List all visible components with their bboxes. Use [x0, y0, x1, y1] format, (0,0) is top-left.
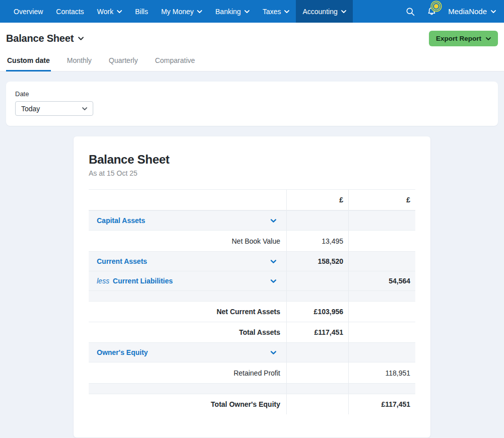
- chevron-down-icon: [244, 10, 249, 13]
- notification-alert-dot: [434, 4, 438, 9]
- chevron-down-icon: [197, 10, 202, 13]
- amount-column-2-cell: [348, 231, 415, 251]
- amount-column-1-cell: £117,451: [286, 322, 348, 342]
- nav-right-section: MediaNode: [405, 0, 497, 23]
- filter-card: Date Today: [6, 82, 498, 126]
- row-label-cell: less Current Liabilities: [89, 271, 286, 290]
- row-label-cell: Net Current Assets: [89, 302, 286, 322]
- section-label: Current Assets: [97, 257, 147, 265]
- row-label-cell: Current Assets: [89, 252, 286, 271]
- row-label: Net Current Assets: [217, 308, 280, 316]
- account-name: MediaNode: [448, 7, 487, 16]
- section-toggle-link[interactable]: Owner's Equity: [97, 348, 148, 356]
- nav-item-taxes[interactable]: Taxes: [256, 0, 296, 23]
- nav-item-overview[interactable]: Overview: [7, 0, 49, 23]
- amount-column-1-cell: 158,520: [286, 252, 348, 271]
- report-selector[interactable]: Balance Sheet: [6, 33, 84, 44]
- amount-column-2-cell: £: [348, 190, 415, 210]
- chevron-down-icon: [78, 37, 84, 40]
- amount-column-1-cell: [286, 343, 348, 362]
- table-row: Total Owner's Equity£117,451: [89, 394, 415, 414]
- table-row: Total Assets£117,451: [89, 322, 415, 342]
- chevron-down-icon: [284, 10, 289, 13]
- nav-item-bills[interactable]: Bills: [129, 0, 155, 23]
- table-spacer-row: [89, 290, 415, 301]
- chevron-down-icon: [117, 10, 122, 13]
- row-label-cell: Net Book Value: [89, 231, 286, 251]
- amount-column-2-cell: [348, 343, 415, 362]
- tab-quarterly[interactable]: Quarterly: [108, 54, 139, 71]
- search-icon[interactable]: [405, 7, 415, 17]
- nav-item-work[interactable]: Work: [91, 0, 129, 23]
- chevron-down-icon: [82, 107, 87, 110]
- nav-item-label: Work: [97, 8, 113, 16]
- amount-column-1-cell: £: [286, 190, 348, 210]
- table-row: less Current Liabilities54,564: [89, 271, 415, 290]
- section-prefix: less: [97, 277, 111, 285]
- table-row: Current Assets158,520: [89, 251, 415, 271]
- amount-column-2-cell: £117,451: [348, 394, 415, 414]
- amount-column-1-cell: 13,495: [286, 231, 348, 251]
- amount-column-2-cell: [348, 384, 415, 394]
- amount-column-1-cell: [286, 394, 348, 414]
- row-label-cell: Capital Assets: [89, 211, 286, 230]
- nav-item-label: My Money: [161, 8, 194, 16]
- nav-item-label: Bills: [135, 8, 148, 16]
- date-filter-select[interactable]: Today: [15, 101, 93, 116]
- nav-item-contacts[interactable]: Contacts: [49, 0, 90, 23]
- tab-monthly[interactable]: Monthly: [66, 54, 93, 71]
- tab-comparative[interactable]: Comparative: [154, 54, 196, 71]
- table-row: ££: [89, 189, 415, 210]
- export-report-button[interactable]: Export Report: [429, 31, 498, 46]
- tab-custom-date[interactable]: Custom date: [6, 54, 51, 71]
- table-row: Retained Profit118,951: [89, 362, 415, 383]
- amount-column-1-cell: [286, 211, 348, 230]
- chevron-down-icon[interactable]: [271, 260, 276, 263]
- date-filter-value: Today: [21, 105, 40, 113]
- report-tabs: Custom date Monthly Quarterly Comparativ…: [0, 54, 504, 71]
- row-label-cell: Owner's Equity: [89, 343, 286, 362]
- chevron-down-icon: [341, 10, 346, 13]
- amount-column-2-cell: [348, 302, 415, 322]
- page-title: Balance Sheet: [6, 33, 74, 44]
- chevron-down-icon: [491, 10, 496, 13]
- section-toggle-link[interactable]: Capital Assets: [97, 216, 145, 225]
- amount-column-1-cell: [286, 271, 348, 290]
- nav-item-label: Taxes: [263, 8, 281, 16]
- amount-column-2-cell: [348, 252, 415, 271]
- amount-column-2-cell: 54,564: [348, 271, 415, 290]
- chevron-down-icon[interactable]: [271, 279, 276, 283]
- nav-item-my-money[interactable]: My Money: [155, 0, 209, 23]
- report-title: Balance Sheet: [89, 153, 415, 167]
- table-spacer-row: [89, 383, 415, 394]
- nav-item-accounting[interactable]: Accounting: [296, 0, 352, 23]
- section-toggle-link[interactable]: less Current Liabilities: [97, 277, 173, 285]
- date-filter-label: Date: [15, 90, 489, 98]
- notifications-bell-icon[interactable]: [426, 6, 437, 17]
- section-toggle-link[interactable]: Current Assets: [97, 257, 147, 265]
- amount-column-1-cell: [286, 362, 348, 383]
- amount-column-1-cell: £103,956: [286, 302, 348, 322]
- nav-item-label: Banking: [215, 8, 241, 16]
- amount-column-2-cell: [348, 211, 415, 230]
- account-menu[interactable]: MediaNode: [448, 7, 496, 16]
- row-label-cell: Total Assets: [89, 322, 286, 342]
- page-header: Balance Sheet Export Report Custom date …: [0, 23, 504, 71]
- nav-items: Overview Contacts Work Bills My Money Ba…: [7, 0, 405, 23]
- section-label: Capital Assets: [97, 216, 145, 225]
- nav-item-banking[interactable]: Banking: [209, 0, 256, 23]
- row-label: Net Book Value: [232, 237, 280, 245]
- chevron-down-icon[interactable]: [271, 351, 276, 354]
- nav-item-label: Accounting: [302, 8, 337, 16]
- balance-sheet-card: Balance Sheet As at 15 Oct 25 ££Capital …: [74, 136, 430, 437]
- chevron-down-icon[interactable]: [271, 219, 276, 223]
- table-row: Net Current Assets£103,956: [89, 301, 415, 322]
- row-label-cell: [89, 384, 286, 394]
- row-label-cell: [89, 190, 286, 210]
- export-report-label: Export Report: [436, 35, 481, 42]
- nav-item-label: Contacts: [56, 8, 84, 16]
- section-label: Owner's Equity: [97, 348, 148, 356]
- table-row: Net Book Value13,495: [89, 230, 415, 251]
- row-label-cell: Total Owner's Equity: [89, 394, 286, 414]
- amount-column-2-cell: [348, 291, 415, 301]
